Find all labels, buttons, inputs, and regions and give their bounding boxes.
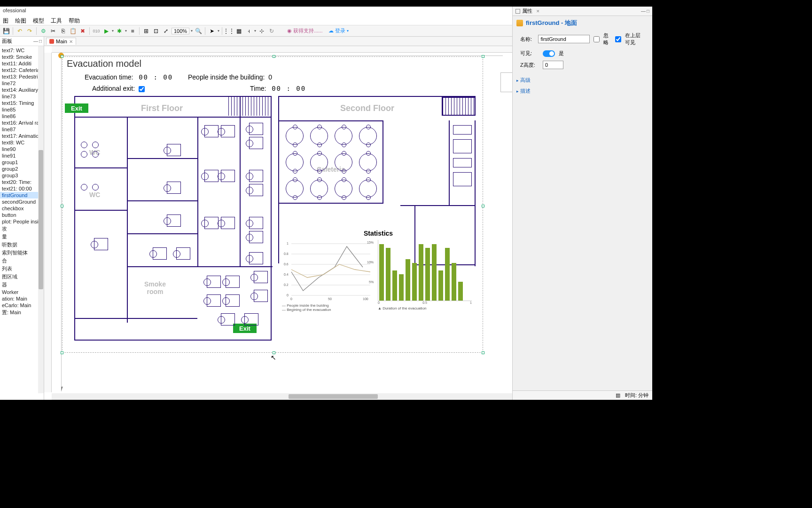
tree-item[interactable]: plot: People insi xyxy=(0,218,44,225)
ignore-checkbox[interactable] xyxy=(593,36,600,42)
tree-item[interactable]: 合 xyxy=(0,257,44,265)
visible-label: 可见: xyxy=(520,50,539,57)
zheight-input[interactable] xyxy=(543,61,563,69)
tree-item[interactable]: 图区域 xyxy=(0,273,44,281)
zoom-level[interactable]: 100% xyxy=(172,28,189,34)
stop-icon[interactable]: ■ xyxy=(128,27,137,35)
properties-header-label: 属性 xyxy=(522,8,532,15)
tree-item[interactable]: text17: Animation xyxy=(0,133,44,139)
tree-item[interactable]: text12: Cafeteria xyxy=(0,67,44,73)
tree-item[interactable]: text21: 00:00 xyxy=(0,185,44,192)
tree-item[interactable]: line85 xyxy=(0,106,44,113)
tree-item[interactable]: checkbox xyxy=(0,205,44,212)
grid2-icon[interactable]: ⋮⋮ xyxy=(225,27,233,35)
tree-item[interactable]: text20: Time: xyxy=(0,179,44,185)
tree-item[interactable]: text14: Auxiliary xyxy=(0,87,44,93)
tree-item[interactable]: text16: Arrival ra xyxy=(0,119,44,126)
tree-item[interactable]: 量 xyxy=(0,233,44,241)
close-icon[interactable]: ✕ xyxy=(536,9,540,14)
section-description[interactable]: 描述 xyxy=(513,86,652,96)
paste-icon[interactable]: 📋 xyxy=(69,27,77,35)
tree-item[interactable]: firstGround xyxy=(0,192,44,198)
distribute-icon[interactable]: ⫞ xyxy=(244,27,253,35)
tree-item[interactable]: 置: Main xyxy=(0,309,44,317)
svg-text:0.2: 0.2 xyxy=(284,283,289,286)
tree-item[interactable]: 索到智能体 xyxy=(0,249,44,257)
cut-icon[interactable]: ✂ xyxy=(49,27,57,35)
copy-icon[interactable]: ⎘ xyxy=(59,27,67,35)
run-icon[interactable]: ▶ xyxy=(102,27,110,35)
statusbar: ▥ 时间: 分钟 xyxy=(513,390,652,400)
section-advanced[interactable]: 高级 xyxy=(513,75,652,86)
tree-item[interactable]: line87 xyxy=(0,126,44,133)
snap-icon[interactable]: ⊡ xyxy=(152,27,160,35)
tree-item[interactable]: 列表 xyxy=(0,265,44,273)
minimize-icon[interactable]: — xyxy=(33,39,38,44)
login-link[interactable]: ☁ 登录 ▾ xyxy=(328,27,349,34)
menu-draw[interactable]: 绘图 xyxy=(15,17,26,24)
menu-tools[interactable]: 工具 xyxy=(51,17,62,24)
tree-item[interactable]: 器 xyxy=(0,281,44,289)
maximize-icon[interactable]: □ xyxy=(647,8,649,14)
tree-item[interactable]: text7: WC xyxy=(0,47,44,54)
tree-item[interactable]: button xyxy=(0,212,44,218)
menu-view[interactable]: 图 xyxy=(3,17,8,24)
cloud-icon: ☁ xyxy=(328,28,334,34)
additional-exit-checkbox[interactable] xyxy=(139,86,145,92)
name-label: 名称: xyxy=(520,36,534,43)
visible-toggle[interactable] xyxy=(543,50,555,57)
tree-item[interactable]: text11: Additi xyxy=(0,60,44,67)
showtop-checkbox[interactable] xyxy=(615,36,621,42)
redo-icon[interactable]: ↷ xyxy=(25,27,34,35)
minimize-icon[interactable]: — xyxy=(641,8,646,14)
tree-item[interactable]: 听数据 xyxy=(0,241,44,249)
tree-item[interactable]: text13: Pedestria xyxy=(0,73,44,80)
model-title: Evacuation model xyxy=(67,58,141,69)
tree-item[interactable]: line86 xyxy=(0,113,44,119)
svg-marker-1 xyxy=(61,387,63,391)
tree-item[interactable]: line91 xyxy=(0,152,44,159)
tree-item[interactable]: text9: Smoke xyxy=(0,54,44,60)
grid-icon[interactable]: ⊞ xyxy=(142,27,150,35)
tree-item[interactable]: line72 xyxy=(0,80,44,87)
tree-item[interactable]: text15: Timing xyxy=(0,100,44,106)
name-input[interactable] xyxy=(538,35,590,43)
zoom-fit-icon[interactable]: ⤢ xyxy=(162,27,170,35)
undo-icon[interactable]: ↶ xyxy=(16,27,24,35)
tree-item[interactable]: eCarlo: Main xyxy=(0,302,44,309)
tree-item[interactable]: Worker xyxy=(0,289,44,295)
tree-item[interactable]: line73 xyxy=(0,93,44,100)
close-icon[interactable]: ✕ xyxy=(69,39,73,44)
align-icon[interactable]: ▦ xyxy=(234,27,243,35)
svg-text:0: 0 xyxy=(287,294,289,297)
group-icon[interactable]: ⊹ xyxy=(258,27,266,35)
zoom-tool-icon[interactable]: 🔍 xyxy=(194,27,203,35)
time-label: Time: 00 : 00 xyxy=(250,85,306,92)
tab-main[interactable]: Main ✕ xyxy=(46,38,76,45)
menu-help[interactable]: 帮助 xyxy=(69,17,80,24)
left-panel-header: 面板 — □ xyxy=(0,37,44,46)
pointer-icon[interactable]: ➤ xyxy=(208,27,216,35)
tree-item[interactable]: group2 xyxy=(0,166,44,172)
build-icon[interactable]: ⚙ xyxy=(39,27,47,35)
delete-icon[interactable]: ✖ xyxy=(78,27,87,35)
tree-item[interactable]: line90 xyxy=(0,146,44,152)
svg-text:0.8: 0.8 xyxy=(284,252,289,255)
tree-item[interactable]: group1 xyxy=(0,159,44,166)
refresh-icon[interactable]: ↻ xyxy=(267,27,276,35)
support-link[interactable]: ◉ 获得支持...... xyxy=(287,27,322,34)
svg-text:1: 1 xyxy=(287,242,289,245)
maximize-icon[interactable]: □ xyxy=(39,39,42,44)
tree-item[interactable]: 攻 xyxy=(0,225,44,233)
tree-item[interactable]: text8: WC xyxy=(0,139,44,146)
tree-item[interactable]: secondGround xyxy=(0,198,44,205)
menu-model[interactable]: 模型 xyxy=(33,17,44,24)
project-tree[interactable]: text7: WCtext9: Smoketext11: Addititext1… xyxy=(0,46,44,400)
evac-time-label: Evacuation time: 00 : 00 xyxy=(85,73,173,81)
tree-item[interactable]: ation: Main xyxy=(0,295,44,302)
run-config-icon[interactable]: 010 xyxy=(92,27,101,35)
save-icon[interactable]: 💾 xyxy=(2,27,10,35)
tree-item[interactable]: group3 xyxy=(0,172,44,179)
left-scrollbar[interactable] xyxy=(38,46,44,393)
debug-icon[interactable]: ✱ xyxy=(115,27,124,35)
